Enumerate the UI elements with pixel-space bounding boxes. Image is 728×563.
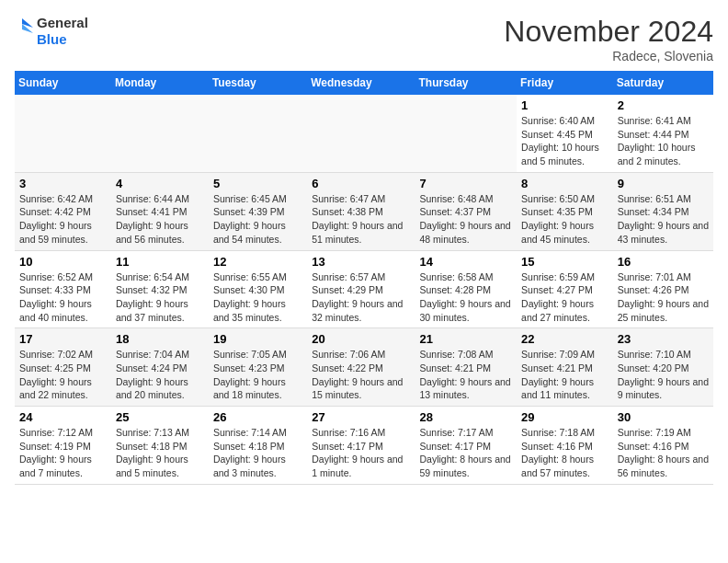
day-info: Sunrise: 7:16 AM Sunset: 4:17 PM Dayligh… xyxy=(312,426,410,480)
day-info: Sunrise: 7:01 AM Sunset: 4:26 PM Dayligh… xyxy=(618,270,709,325)
weekday-header-tuesday: Tuesday xyxy=(209,71,307,95)
day-info: Sunrise: 6:42 AM Sunset: 4:42 PM Dayligh… xyxy=(19,192,107,247)
day-info: Sunrise: 7:06 AM Sunset: 4:22 PM Dayligh… xyxy=(312,348,410,402)
day-number: 13 xyxy=(312,255,410,269)
day-info: Sunrise: 6:40 AM Sunset: 4:45 PM Dayligh… xyxy=(521,114,609,168)
logo: General Blue xyxy=(15,15,88,48)
logo-bird-icon xyxy=(15,15,35,48)
calendar-cell: 28Sunrise: 7:17 AM Sunset: 4:17 PM Dayli… xyxy=(415,407,517,485)
day-number: 29 xyxy=(521,410,609,424)
calendar-cell: 19Sunrise: 7:05 AM Sunset: 4:23 PM Dayli… xyxy=(209,328,307,407)
calendar-cell xyxy=(111,95,209,172)
day-number: 17 xyxy=(19,332,107,346)
day-number: 9 xyxy=(618,177,709,190)
calendar-cell xyxy=(415,95,517,172)
month-title: November 2024 xyxy=(504,15,713,49)
title-block: November 2024 Radece, Slovenia xyxy=(504,15,713,63)
calendar-cell: 10Sunrise: 6:52 AM Sunset: 4:33 PM Dayli… xyxy=(15,250,111,328)
day-number: 11 xyxy=(116,255,204,269)
day-number: 7 xyxy=(419,177,512,190)
calendar-cell: 16Sunrise: 7:01 AM Sunset: 4:26 PM Dayli… xyxy=(613,250,713,328)
calendar-cell: 27Sunrise: 7:16 AM Sunset: 4:17 PM Dayli… xyxy=(307,407,415,485)
day-number: 12 xyxy=(213,255,302,269)
calendar-cell: 5Sunrise: 6:45 AM Sunset: 4:39 PM Daylig… xyxy=(209,172,307,250)
calendar-cell: 20Sunrise: 7:06 AM Sunset: 4:22 PM Dayli… xyxy=(307,328,415,407)
day-info: Sunrise: 6:58 AM Sunset: 4:28 PM Dayligh… xyxy=(419,270,512,325)
day-number: 18 xyxy=(116,332,204,346)
day-number: 4 xyxy=(116,177,204,190)
calendar-header-row: SundayMondayTuesdayWednesdayThursdayFrid… xyxy=(15,71,713,95)
day-info: Sunrise: 6:47 AM Sunset: 4:38 PM Dayligh… xyxy=(312,192,410,247)
day-info: Sunrise: 6:55 AM Sunset: 4:30 PM Dayligh… xyxy=(213,270,302,325)
day-number: 10 xyxy=(19,255,107,269)
day-info: Sunrise: 7:14 AM Sunset: 4:18 PM Dayligh… xyxy=(213,426,302,480)
day-info: Sunrise: 6:59 AM Sunset: 4:27 PM Dayligh… xyxy=(521,270,609,325)
day-info: Sunrise: 6:44 AM Sunset: 4:41 PM Dayligh… xyxy=(116,192,204,247)
day-number: 14 xyxy=(419,255,512,269)
calendar-cell: 15Sunrise: 6:59 AM Sunset: 4:27 PM Dayli… xyxy=(517,250,613,328)
day-info: Sunrise: 6:54 AM Sunset: 4:32 PM Dayligh… xyxy=(116,270,204,325)
logo-blue-text: Blue xyxy=(37,31,88,48)
day-number: 25 xyxy=(116,410,204,424)
day-info: Sunrise: 6:41 AM Sunset: 4:44 PM Dayligh… xyxy=(618,114,709,168)
calendar-cell: 11Sunrise: 6:54 AM Sunset: 4:32 PM Dayli… xyxy=(111,250,209,328)
day-info: Sunrise: 6:48 AM Sunset: 4:37 PM Dayligh… xyxy=(419,192,512,247)
calendar-cell: 25Sunrise: 7:13 AM Sunset: 4:18 PM Dayli… xyxy=(111,407,209,485)
calendar-cell: 9Sunrise: 6:51 AM Sunset: 4:34 PM Daylig… xyxy=(613,172,713,250)
day-number: 19 xyxy=(213,332,302,346)
calendar-cell: 21Sunrise: 7:08 AM Sunset: 4:21 PM Dayli… xyxy=(415,328,517,407)
day-number: 3 xyxy=(19,177,107,190)
week-row-5: 24Sunrise: 7:12 AM Sunset: 4:19 PM Dayli… xyxy=(15,407,713,485)
calendar-cell: 1Sunrise: 6:40 AM Sunset: 4:45 PM Daylig… xyxy=(517,95,613,172)
weekday-header-saturday: Saturday xyxy=(613,71,713,95)
day-number: 21 xyxy=(419,332,512,346)
day-number: 24 xyxy=(19,410,107,424)
location: Radece, Slovenia xyxy=(504,49,713,63)
calendar-cell: 26Sunrise: 7:14 AM Sunset: 4:18 PM Dayli… xyxy=(209,407,307,485)
calendar-cell: 2Sunrise: 6:41 AM Sunset: 4:44 PM Daylig… xyxy=(613,95,713,172)
calendar-cell: 7Sunrise: 6:48 AM Sunset: 4:37 PM Daylig… xyxy=(415,172,517,250)
day-info: Sunrise: 7:05 AM Sunset: 4:23 PM Dayligh… xyxy=(213,348,302,402)
calendar-cell xyxy=(209,95,307,172)
day-info: Sunrise: 6:50 AM Sunset: 4:35 PM Dayligh… xyxy=(521,192,609,247)
day-info: Sunrise: 6:52 AM Sunset: 4:33 PM Dayligh… xyxy=(19,270,107,325)
page-header: General Blue November 2024 Radece, Slove… xyxy=(15,15,713,63)
day-info: Sunrise: 7:04 AM Sunset: 4:24 PM Dayligh… xyxy=(116,348,204,402)
day-number: 16 xyxy=(618,255,709,269)
weekday-header-friday: Friday xyxy=(517,71,613,95)
calendar-table: SundayMondayTuesdayWednesdayThursdayFrid… xyxy=(15,71,713,485)
calendar-cell: 14Sunrise: 6:58 AM Sunset: 4:28 PM Dayli… xyxy=(415,250,517,328)
day-number: 20 xyxy=(312,332,410,346)
weekday-header-monday: Monday xyxy=(111,71,209,95)
week-row-3: 10Sunrise: 6:52 AM Sunset: 4:33 PM Dayli… xyxy=(15,250,713,328)
calendar-cell: 30Sunrise: 7:19 AM Sunset: 4:16 PM Dayli… xyxy=(613,407,713,485)
calendar-cell: 13Sunrise: 6:57 AM Sunset: 4:29 PM Dayli… xyxy=(307,250,415,328)
calendar-cell: 23Sunrise: 7:10 AM Sunset: 4:20 PM Dayli… xyxy=(613,328,713,407)
weekday-header-thursday: Thursday xyxy=(415,71,517,95)
calendar-cell: 3Sunrise: 6:42 AM Sunset: 4:42 PM Daylig… xyxy=(15,172,111,250)
calendar-cell: 24Sunrise: 7:12 AM Sunset: 4:19 PM Dayli… xyxy=(15,407,111,485)
calendar-cell xyxy=(15,95,111,172)
week-row-2: 3Sunrise: 6:42 AM Sunset: 4:42 PM Daylig… xyxy=(15,172,713,250)
day-info: Sunrise: 7:19 AM Sunset: 4:16 PM Dayligh… xyxy=(618,426,709,480)
day-info: Sunrise: 7:09 AM Sunset: 4:21 PM Dayligh… xyxy=(521,348,609,402)
calendar-cell: 12Sunrise: 6:55 AM Sunset: 4:30 PM Dayli… xyxy=(209,250,307,328)
day-info: Sunrise: 6:45 AM Sunset: 4:39 PM Dayligh… xyxy=(213,192,302,247)
day-info: Sunrise: 7:02 AM Sunset: 4:25 PM Dayligh… xyxy=(19,348,107,402)
calendar-cell: 22Sunrise: 7:09 AM Sunset: 4:21 PM Dayli… xyxy=(517,328,613,407)
week-row-1: 1Sunrise: 6:40 AM Sunset: 4:45 PM Daylig… xyxy=(15,95,713,172)
logo-text: General Blue xyxy=(37,15,88,48)
day-info: Sunrise: 6:57 AM Sunset: 4:29 PM Dayligh… xyxy=(312,270,410,325)
weekday-header-wednesday: Wednesday xyxy=(307,71,415,95)
day-number: 22 xyxy=(521,332,609,346)
logo-wrapper: General Blue xyxy=(15,15,88,48)
day-number: 23 xyxy=(618,332,709,346)
day-number: 8 xyxy=(521,177,609,190)
logo-general-text: General xyxy=(37,15,88,31)
calendar-cell xyxy=(307,95,415,172)
calendar-cell: 6Sunrise: 6:47 AM Sunset: 4:38 PM Daylig… xyxy=(307,172,415,250)
day-number: 26 xyxy=(213,410,302,424)
day-info: Sunrise: 7:08 AM Sunset: 4:21 PM Dayligh… xyxy=(419,348,512,402)
day-number: 30 xyxy=(618,410,709,424)
weekday-header-sunday: Sunday xyxy=(15,71,111,95)
